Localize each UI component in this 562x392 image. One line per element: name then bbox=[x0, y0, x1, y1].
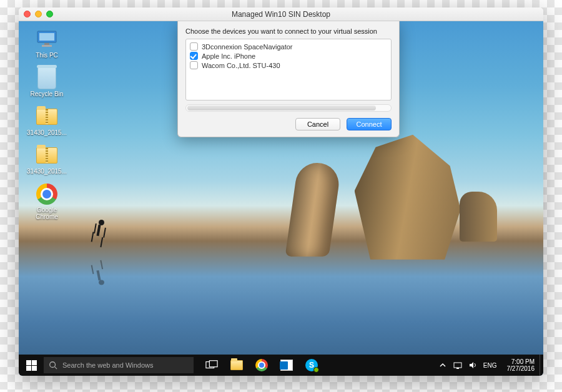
svg-rect-9 bbox=[456, 368, 459, 369]
dialog-buttons: Cancel Connect bbox=[185, 118, 392, 130]
task-view-icon bbox=[205, 359, 218, 371]
desktop-icon-recycle-bin[interactable]: Recycle Bin bbox=[25, 67, 69, 97]
desktop-icon-this-pc[interactable]: This PC bbox=[25, 29, 69, 59]
desktop-icon-label: 31430_2015... bbox=[27, 168, 67, 175]
close-window-button[interactable] bbox=[24, 11, 31, 17]
chrome-icon bbox=[35, 184, 59, 205]
device-name: Apple Inc. iPhone bbox=[202, 52, 255, 60]
desktop-icon-chrome[interactable]: Google Chrome bbox=[25, 184, 69, 220]
connect-button[interactable]: Connect bbox=[347, 118, 392, 130]
search-icon bbox=[49, 361, 57, 370]
desktop-icon-label: This PC bbox=[36, 52, 58, 59]
skype-icon bbox=[305, 359, 318, 371]
search-box[interactable]: Search the web and Windows bbox=[44, 357, 194, 373]
desktop-icon-zip-2[interactable]: 31430_2015... bbox=[25, 145, 69, 175]
taskbar-clock[interactable]: 7:00 PM 7/27/2016 bbox=[502, 358, 540, 372]
wallpaper-runner bbox=[92, 220, 111, 251]
checkbox[interactable] bbox=[190, 52, 198, 60]
zip-folder-icon bbox=[35, 106, 59, 127]
svg-rect-2 bbox=[44, 43, 49, 45]
clock-time: 7:00 PM bbox=[507, 358, 535, 365]
checkbox[interactable] bbox=[190, 61, 198, 69]
device-name: Wacom Co.,Ltd. STU-430 bbox=[202, 62, 280, 69]
usb-device-dialog: Choose the devices you want to connect t… bbox=[177, 21, 400, 137]
tray-overflow-icon[interactable] bbox=[438, 361, 447, 370]
traffic-lights bbox=[24, 11, 53, 17]
svg-rect-7 bbox=[209, 361, 217, 367]
desktop-icon-label: 31430_2015... bbox=[27, 129, 67, 136]
show-desktop-button[interactable] bbox=[540, 355, 543, 376]
chrome-icon bbox=[255, 359, 268, 371]
taskbar-chrome[interactable] bbox=[250, 355, 274, 376]
svg-rect-3 bbox=[42, 45, 52, 47]
desktop-icon-zip-1[interactable]: 31430_2015... bbox=[25, 106, 69, 136]
system-tray[interactable]: ENG bbox=[433, 355, 502, 376]
volume-icon[interactable] bbox=[468, 361, 477, 370]
svg-point-4 bbox=[50, 362, 56, 368]
wallpaper-rock bbox=[355, 135, 461, 260]
task-view-button[interactable] bbox=[200, 355, 224, 376]
desktop-icon-label: Recycle Bin bbox=[31, 91, 64, 97]
taskbar-skype[interactable] bbox=[300, 355, 323, 376]
svg-rect-1 bbox=[39, 33, 54, 41]
language-indicator[interactable]: ENG bbox=[483, 362, 497, 369]
recycle-bin-icon bbox=[35, 67, 59, 89]
taskbar-outlook[interactable] bbox=[275, 355, 298, 376]
taskbar-pinned bbox=[200, 355, 323, 376]
desktop-icon-label: Google Chrome bbox=[25, 207, 69, 220]
dialog-prompt: Choose the devices you want to connect t… bbox=[185, 27, 392, 35]
device-row[interactable]: Apple Inc. iPhone bbox=[190, 51, 387, 61]
wallpaper-reflection bbox=[92, 257, 111, 285]
desktop-icons: This PC Recycle Bin 31430_2015... 31430_… bbox=[25, 29, 69, 220]
maximize-window-button[interactable] bbox=[46, 11, 53, 17]
start-button[interactable] bbox=[19, 355, 44, 376]
file-explorer-icon bbox=[230, 360, 243, 370]
windows-desktop[interactable]: This PC Recycle Bin 31430_2015... 31430_… bbox=[19, 21, 543, 376]
taskbar: Search the web and Windows bbox=[19, 355, 543, 376]
cancel-button[interactable]: Cancel bbox=[295, 118, 340, 130]
wallpaper-rock bbox=[285, 163, 342, 257]
svg-line-5 bbox=[55, 367, 57, 370]
mac-window: Managed Win10 SIN Desktop This PC Recycl… bbox=[19, 7, 543, 376]
wallpaper-rock bbox=[460, 192, 497, 242]
device-name: 3Dconnexion SpaceNavigator bbox=[202, 43, 293, 51]
device-row[interactable]: 3Dconnexion SpaceNavigator bbox=[190, 42, 387, 51]
minimize-window-button[interactable] bbox=[35, 11, 42, 17]
mac-titlebar[interactable]: Managed Win10 SIN Desktop bbox=[19, 7, 543, 21]
checkbox[interactable] bbox=[190, 42, 198, 51]
windows-logo-icon bbox=[26, 360, 37, 371]
clock-date: 7/27/2016 bbox=[507, 365, 535, 372]
search-placeholder: Search the web and Windows bbox=[62, 361, 154, 369]
zip-folder-icon bbox=[35, 145, 59, 166]
device-row[interactable]: Wacom Co.,Ltd. STU-430 bbox=[190, 61, 387, 70]
outlook-icon bbox=[280, 360, 293, 371]
network-icon[interactable] bbox=[453, 361, 462, 370]
window-title: Managed Win10 SIN Desktop bbox=[19, 10, 543, 19]
horizontal-scrollbar[interactable] bbox=[185, 104, 392, 112]
this-pc-icon bbox=[35, 29, 59, 50]
taskbar-file-explorer[interactable] bbox=[225, 355, 249, 376]
device-list: 3Dconnexion SpaceNavigator Apple Inc. iP… bbox=[185, 39, 392, 100]
svg-rect-8 bbox=[454, 363, 461, 368]
